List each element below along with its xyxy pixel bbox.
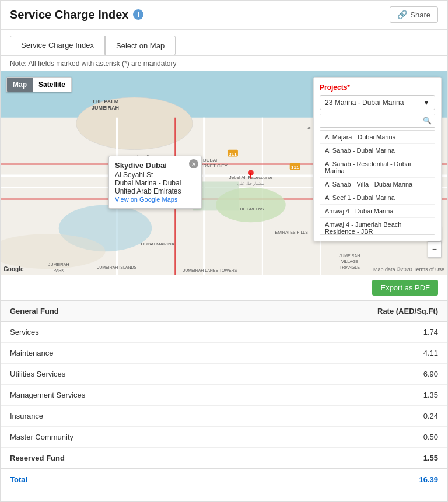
popup-line3: United Arab Emirates	[115, 187, 187, 195]
popup-line2: Dubai Marina - Dubai	[115, 179, 187, 187]
table-row: Master Community0.50	[1, 427, 447, 448]
svg-text:JUMEIRAH ISLANDS: JUMEIRAH ISLANDS	[97, 265, 137, 269]
svg-text:JUMEIRAH: JUMEIRAH	[340, 254, 360, 258]
row-value: 1.35	[243, 385, 447, 406]
svg-point-13	[216, 187, 286, 222]
projects-required: *	[347, 83, 350, 92]
note-bar: Note: All fields marked with asterisk (*…	[1, 56, 447, 71]
svg-text:THE GREENS: THE GREENS	[237, 207, 264, 211]
projects-panel: Projects* 23 Marina - Dubai Marina ▼ 🔍 A…	[313, 77, 442, 241]
row-label: Master Community	[1, 427, 243, 448]
share-button[interactable]: 🔗 Share	[390, 6, 438, 23]
projects-label: Projects*	[320, 83, 435, 92]
svg-text:JUMEIRAH: JUMEIRAH	[92, 105, 119, 111]
list-item[interactable]: Al Seef 1 - Dubai Marina	[320, 191, 435, 205]
svg-text:JUMEIRAH LANES TOWERS: JUMEIRAH LANES TOWERS	[183, 268, 237, 272]
data-table: General Fund Rate (AED/Sq.Ft) Services1.…	[1, 300, 447, 490]
svg-text:DUBAI MARINA: DUBAI MARINA	[141, 241, 175, 247]
row-label: Management Services	[1, 385, 243, 406]
projects-dropdown[interactable]: 23 Marina - Dubai Marina ▼	[320, 95, 435, 110]
table-col2-header: Rate (AED/Sq.Ft)	[243, 301, 447, 322]
table-row: Utilities Services6.90	[1, 364, 447, 385]
projects-dropdown-list: Al Majara - Dubai MarinaAl Sahab - Dubai…	[320, 130, 435, 235]
table-row: Management Services1.35	[1, 385, 447, 406]
total-label: Total	[1, 469, 243, 490]
table-row-total: Total16.39	[1, 469, 447, 490]
share-icon: 🔗	[397, 10, 407, 19]
svg-text:THE PALM: THE PALM	[92, 99, 118, 104]
map-toggle-satellite[interactable]: Satellite	[33, 78, 71, 92]
svg-text:JUMEIRAH: JUMEIRAH	[48, 262, 69, 266]
svg-text:مضمار جبل علي: مضمار جبل علي	[237, 181, 264, 186]
row-value: 6.90	[243, 364, 447, 385]
tabs-bar: Service Charge Index Select on Map	[1, 30, 447, 56]
svg-text:311: 311	[229, 152, 237, 157]
row-value: 0.24	[243, 406, 447, 427]
svg-text:DUBAI: DUBAI	[203, 157, 217, 163]
svg-text:TRIANGLE: TRIANGLE	[340, 265, 360, 269]
google-watermark: Google	[4, 266, 23, 272]
list-item[interactable]: Al Sahab - Villa - Dubai Marina	[320, 178, 435, 191]
popup-close-icon[interactable]: ✕	[189, 159, 198, 168]
list-item[interactable]: Al Majara - Dubai Marina	[320, 131, 435, 144]
dropdown-arrow-icon: ▼	[423, 99, 430, 107]
row-label: Insurance	[1, 406, 243, 427]
popup-line1: Al Seyahi St	[115, 171, 187, 179]
row-value: 4.11	[243, 343, 447, 364]
row-value: 0.50	[243, 427, 447, 448]
table-row: Services1.74	[1, 322, 447, 343]
total-value: 16.39	[243, 469, 447, 490]
map-attribution: Map data ©2020 Terms of Use	[373, 266, 444, 272]
map-popup: ✕ Skydive Dubai Al Seyahi St Dubai Marin…	[108, 156, 202, 209]
table-col1-header: General Fund	[1, 301, 243, 322]
map-toggle-map[interactable]: Map	[7, 78, 33, 92]
tab-select-on-map[interactable]: Select on Map	[105, 36, 176, 55]
row-label: Services	[1, 322, 243, 343]
table-row-reserved: Reserved Fund1.55	[1, 448, 447, 469]
reserved-value: 1.55	[243, 448, 447, 469]
search-icon: 🔍	[423, 117, 432, 125]
export-bar: Export as PDF	[1, 275, 447, 300]
popup-title: Skydive Dubai	[115, 161, 187, 170]
svg-text:VILLAGE: VILLAGE	[341, 259, 358, 264]
info-icon[interactable]: i	[133, 9, 144, 20]
table-row: Insurance0.24	[1, 406, 447, 427]
export-pdf-button[interactable]: Export as PDF	[372, 280, 438, 296]
popup-maps-link[interactable]: View on Google Maps	[115, 196, 177, 203]
svg-text:PARK: PARK	[54, 268, 65, 272]
page-title: Service Charge Index	[10, 8, 128, 22]
svg-text:311: 311	[291, 165, 299, 170]
list-item[interactable]: Amwaj 4 - Jumeriah Beach Residence - JBR	[320, 218, 435, 235]
reserved-label: Reserved Fund	[1, 448, 243, 469]
row-value: 1.74	[243, 322, 447, 343]
map-satellite-toggle: Map Satellite	[6, 77, 72, 92]
row-label: Utilities Services	[1, 364, 243, 385]
list-item[interactable]: Al Sahab - Dubai Marina	[320, 144, 435, 157]
map-container[interactable]: THE PALM JUMEIRAH AL SUFOUH AL BARSHA 1 …	[1, 71, 447, 275]
row-label: Maintenance	[1, 343, 243, 364]
tab-service-charge-index[interactable]: Service Charge Index	[10, 36, 105, 55]
table-row: Maintenance4.11	[1, 343, 447, 364]
projects-search-input[interactable]	[320, 114, 435, 128]
list-item[interactable]: Al Sahab - Residential - Dubai Marina	[320, 157, 435, 178]
zoom-out-button[interactable]: −	[428, 242, 441, 257]
svg-text:EMIRATES HILLS: EMIRATES HILLS	[275, 230, 308, 234]
list-item[interactable]: Amwaj 4 - Dubai Marina	[320, 205, 435, 218]
share-label: Share	[410, 10, 430, 19]
projects-selected-value: 23 Marina - Dubai Marina	[325, 99, 404, 107]
